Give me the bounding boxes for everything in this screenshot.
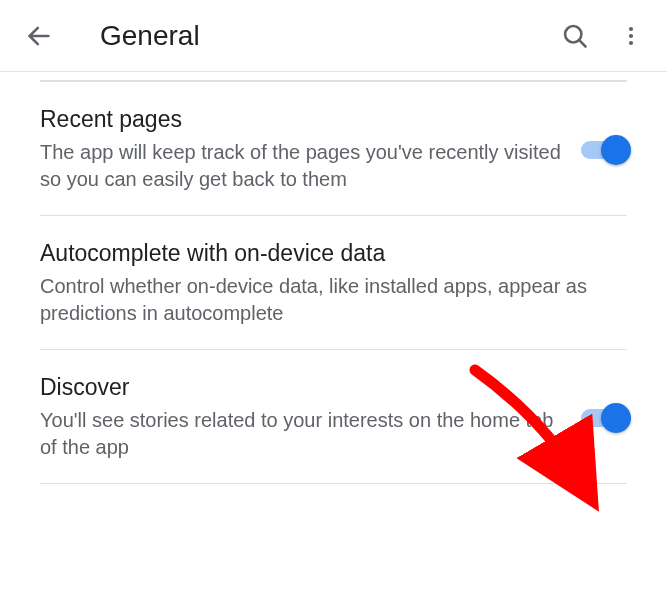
more-menu-button[interactable] — [615, 14, 647, 58]
setting-title: Recent pages — [40, 106, 561, 133]
setting-text: Autocomplete with on-device data Control… — [40, 240, 627, 327]
back-arrow-icon — [25, 22, 53, 50]
page-title: General — [100, 20, 553, 52]
svg-point-4 — [629, 33, 633, 37]
search-icon — [561, 22, 589, 50]
setting-autocomplete[interactable]: Autocomplete with on-device data Control… — [40, 216, 627, 350]
setting-description: You'll see stories related to your inter… — [40, 407, 561, 461]
svg-point-3 — [629, 26, 633, 30]
svg-point-5 — [629, 40, 633, 44]
settings-list: Recent pages The app will keep track of … — [0, 80, 667, 484]
setting-title: Autocomplete with on-device data — [40, 240, 607, 267]
toggle-thumb — [601, 135, 631, 165]
recent-pages-toggle[interactable] — [581, 137, 627, 163]
discover-toggle[interactable] — [581, 405, 627, 431]
setting-text: Recent pages The app will keep track of … — [40, 106, 581, 193]
setting-description: Control whether on-device data, like ins… — [40, 273, 607, 327]
toggle-thumb — [601, 403, 631, 433]
back-button[interactable] — [20, 17, 58, 55]
setting-title: Discover — [40, 374, 561, 401]
search-button[interactable] — [553, 14, 597, 58]
setting-discover[interactable]: Discover You'll see stories related to y… — [40, 350, 627, 484]
setting-text: Discover You'll see stories related to y… — [40, 374, 581, 461]
more-vert-icon — [619, 24, 643, 48]
svg-line-2 — [579, 40, 585, 46]
app-header: General — [0, 0, 667, 72]
setting-description: The app will keep track of the pages you… — [40, 139, 561, 193]
setting-recent-pages[interactable]: Recent pages The app will keep track of … — [40, 82, 627, 216]
